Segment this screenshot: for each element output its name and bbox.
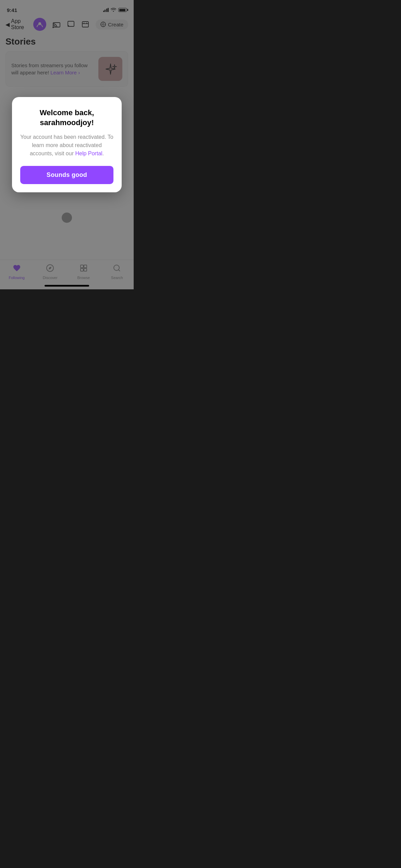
modal-title: Welcome back, sarahmoodjoy!: [20, 108, 113, 128]
sounds-good-button[interactable]: Sounds good: [20, 166, 113, 184]
help-portal-link[interactable]: Help Portal: [75, 150, 102, 156]
app-screen: 9:41 ◀ App Store: [0, 0, 134, 289]
modal-body: Your account has been reactivated. To le…: [20, 133, 113, 158]
welcome-modal: Welcome back, sarahmoodjoy! Your account…: [12, 97, 122, 192]
home-indicator: [45, 285, 89, 287]
modal-body-suffix: .: [102, 150, 104, 156]
